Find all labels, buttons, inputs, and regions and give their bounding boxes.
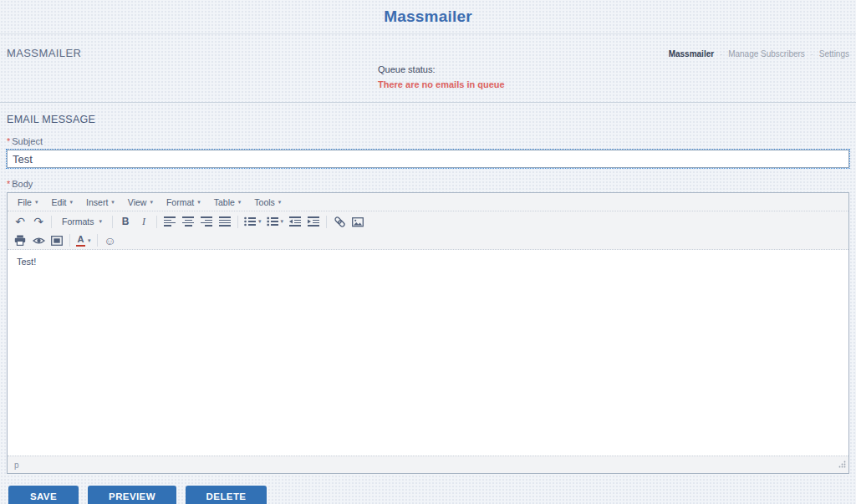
toolbar-separator [97,234,98,247]
align-center-button[interactable] [179,213,197,230]
italic-icon: I [142,216,145,227]
resize-grip-icon [838,461,846,468]
image-icon [352,216,364,227]
delete-button[interactable]: DELETE [186,486,267,504]
numbered-list-button[interactable]: ▾ [264,213,287,230]
subject-label-text: Subject [12,136,43,146]
text-color-button[interactable]: A▾ [74,232,94,249]
menu-tools-label: Tools [254,197,275,207]
caret-down-icon: ▾ [99,218,103,225]
editor-statusbar: p [8,456,848,473]
caret-down-icon: ▾ [278,199,282,206]
preview-button[interactable] [29,232,48,249]
indent-button[interactable] [304,213,323,230]
italic-button[interactable]: I [135,213,153,230]
caret-down-icon: ▾ [197,199,201,206]
menu-table-label: Table [214,197,235,207]
caret-down-icon: ▾ [150,199,153,206]
menu-view-label: View [128,197,147,207]
bullet-list-icon [244,216,256,227]
editor-toolbar-row2: A▾ ☺ [8,232,848,250]
undo-button[interactable]: ↶ [11,213,29,230]
numbered-list-icon [267,216,278,227]
toolbar-separator [51,216,52,228]
toolbar-separator [326,216,327,228]
menu-format[interactable]: Format▾ [160,196,207,209]
caret-down-icon: ▾ [281,218,284,225]
media-icon [51,236,63,246]
menu-edit-label: Edit [51,197,66,207]
nav-link-settings[interactable]: Settings [819,49,849,59]
resize-handle[interactable] [838,456,846,471]
save-button[interactable]: SAVE [8,486,79,504]
menu-tools[interactable]: Tools▾ [247,196,288,209]
redo-icon: ↷ [33,216,43,227]
menu-table[interactable]: Table▾ [207,196,248,209]
menu-file[interactable]: File▾ [11,196,44,209]
editor-menubar: File▾ Edit▾ Insert▾ View▾ Format▾ Table▾… [8,193,848,211]
body-label-text: Body [12,179,33,189]
caret-down-icon: ▾ [88,237,91,244]
app-brand: MASSMAILER [7,47,81,59]
nav-link-manage-subscribers[interactable]: Manage Subscribers [728,49,805,59]
caret-down-icon: ▾ [70,199,74,206]
outdent-icon [289,216,301,227]
section-title: EMAIL MESSAGE [7,114,849,125]
subject-input[interactable] [7,150,849,168]
align-left-button[interactable] [160,213,179,230]
nav-link-massmailer[interactable]: Massmailer [669,49,714,59]
preview-button-bottom[interactable]: PREVIEW [88,486,176,504]
bullet-list-button[interactable]: ▾ [242,213,264,230]
text-color-swatch [76,245,85,247]
outdent-button[interactable] [286,213,304,230]
text-color-letter: A [78,235,84,244]
titlebar: Massmailer [0,0,856,34]
menu-insert-label: Insert [86,197,108,207]
indent-icon [308,216,319,227]
menu-file-label: File [18,197,32,207]
element-path[interactable]: p [14,461,19,470]
nav-separator: · [720,50,722,59]
align-right-icon [201,216,212,227]
editor-content[interactable]: Test! [8,250,848,456]
email-message-form: EMAIL MESSAGE *Subject *Body File▾ Edit▾… [0,114,856,474]
required-mark: * [7,179,10,189]
undo-icon: ↶ [15,216,25,227]
formats-dropdown[interactable]: Formats▾ [55,213,109,230]
page-title: Massmailer [384,8,472,26]
eye-icon [33,236,45,246]
menu-view[interactable]: View▾ [121,196,160,209]
app-header: MASSMAILER Massmailer · Manage Subscribe… [0,34,856,103]
smiley-icon: ☺ [104,235,115,247]
media-button[interactable] [48,232,66,249]
caret-down-icon: ▾ [111,199,115,206]
align-justify-icon [219,216,231,227]
formats-label: Formats [62,216,94,227]
print-button[interactable] [11,232,29,249]
align-justify-button[interactable] [216,213,234,230]
text-color-icon: A [76,235,85,247]
print-icon [14,235,26,246]
insert-image-button[interactable] [349,213,367,230]
queue-status-message: There are no emails in queue [378,79,505,89]
top-nav: Massmailer · Manage Subscribers · Settin… [669,49,849,59]
toolbar-separator [237,216,238,228]
align-left-icon [164,216,176,227]
menu-format-label: Format [166,197,194,207]
bold-icon: B [122,216,130,227]
body-rich-text-editor: File▾ Edit▾ Insert▾ View▾ Format▾ Table▾… [7,192,849,474]
align-center-icon [182,216,194,227]
bold-button[interactable]: B [116,213,135,230]
queue-status-label: Queue status: [378,64,505,74]
toolbar-separator [69,234,70,247]
insert-link-button[interactable] [330,213,349,230]
redo-button[interactable]: ↷ [29,213,48,230]
nav-separator: · [811,50,813,59]
align-right-button[interactable] [197,213,216,230]
toolbar-separator [156,216,157,228]
emoticons-button[interactable]: ☺ [101,232,120,249]
caret-down-icon: ▾ [258,218,262,225]
menu-edit[interactable]: Edit▾ [44,196,79,209]
link-icon [334,216,346,228]
menu-insert[interactable]: Insert▾ [79,196,121,209]
